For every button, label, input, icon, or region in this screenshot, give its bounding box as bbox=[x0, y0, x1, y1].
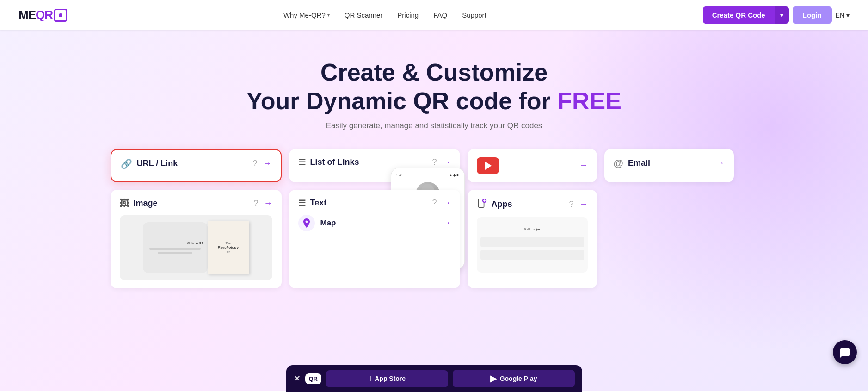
qr-type-url[interactable]: 🔗 URL / Link ? → bbox=[111, 149, 282, 182]
qr-card-title-youtube bbox=[477, 157, 499, 174]
qr-card-header-text: ☰ Text ? → bbox=[298, 198, 451, 208]
chevron-down-icon: ▾ bbox=[846, 12, 850, 19]
mock-store-btn bbox=[480, 237, 584, 247]
help-icon[interactable]: ? bbox=[432, 157, 437, 167]
qr-card-header-apps: Apps ? → bbox=[477, 198, 588, 211]
nav-item-pricing[interactable]: Pricing bbox=[397, 11, 419, 19]
qr-card-header-url: 🔗 URL / Link ? → bbox=[121, 158, 271, 169]
arrow-right-icon[interactable]: → bbox=[716, 158, 725, 168]
logo[interactable]: MEQR bbox=[18, 8, 67, 22]
qr-card-actions-url: ? → bbox=[252, 159, 271, 168]
nav-link-support[interactable]: Support bbox=[462, 11, 486, 19]
qr-type-image[interactable]: 🖼 Image ? → 9:41 ▲◆■ The Psychology bbox=[111, 190, 282, 288]
bottom-app-bar: ✕ QR  App Store ▶ Google Play bbox=[286, 365, 582, 391]
book-image-preview: The Psychology of bbox=[208, 221, 249, 274]
phone-status-bar: 9:41 ▲◆■ bbox=[187, 241, 204, 245]
qr-type-list-of-links[interactable]: ☰ List of Links ? → 9:41 ▲ ◆ ■ bbox=[289, 149, 460, 182]
nav-link-pricing[interactable]: Pricing bbox=[397, 11, 419, 19]
qr-card-actions-email: → bbox=[716, 158, 725, 168]
hero-title: Create & Customize Your Dynamic QR code … bbox=[18, 58, 850, 116]
close-button[interactable]: ✕ bbox=[294, 373, 301, 384]
help-icon[interactable]: ? bbox=[252, 159, 257, 168]
app-store-button[interactable]:  App Store bbox=[326, 370, 448, 387]
chat-bubble-button[interactable] bbox=[833, 340, 857, 364]
qr-type-youtube[interactable]: → bbox=[468, 149, 597, 182]
nav-links: Why Me-QR? ▾ QR Scanner Pricing FAQ Supp… bbox=[283, 11, 486, 19]
qr-type-map-subrow[interactable]: Map → bbox=[298, 208, 451, 231]
qr-card-actions-text: ? → bbox=[432, 198, 450, 208]
nav-actions: Create QR Code ▾ Login EN ▾ bbox=[703, 6, 850, 24]
book-subtitle-text: The bbox=[225, 242, 231, 245]
text-lines-icon: ☰ bbox=[298, 198, 306, 208]
qr-card-title-url: 🔗 URL / Link bbox=[121, 158, 178, 169]
create-qr-button[interactable]: Create QR Code bbox=[703, 6, 775, 24]
language-selector[interactable]: EN ▾ bbox=[836, 12, 850, 19]
mock-bar bbox=[149, 248, 201, 250]
nav-item-faq[interactable]: FAQ bbox=[433, 11, 447, 19]
create-qr-chevron-button[interactable]: ▾ bbox=[775, 6, 789, 24]
apps-icon bbox=[477, 198, 487, 211]
list-icon: ☰ bbox=[298, 157, 306, 168]
qr-card-header-image: 🖼 Image ? → bbox=[120, 198, 272, 209]
nav-link-faq[interactable]: FAQ bbox=[433, 11, 447, 19]
qr-card-header-list: ☰ List of Links ? → bbox=[298, 157, 451, 168]
apple-icon:  bbox=[369, 374, 372, 384]
link-icon: 🔗 bbox=[121, 158, 132, 169]
qr-card-title-list: ☰ List of Links bbox=[298, 157, 359, 168]
arrow-right-icon[interactable]: → bbox=[443, 218, 451, 228]
qr-card-header-youtube: → bbox=[477, 157, 588, 174]
nav-link-why[interactable]: Why Me-QR? ▾ bbox=[283, 11, 330, 19]
qr-card-actions-image: ? → bbox=[253, 199, 272, 208]
help-icon[interactable]: ? bbox=[569, 199, 573, 209]
arrow-right-icon[interactable]: → bbox=[579, 199, 588, 209]
nav-link-scanner[interactable]: QR Scanner bbox=[345, 11, 383, 19]
mock-store-btn bbox=[480, 250, 584, 260]
nav-item-why[interactable]: Why Me-QR? ▾ bbox=[283, 11, 330, 19]
hero-section: Create & Customize Your Dynamic QR code … bbox=[0, 30, 868, 391]
chevron-down-icon: ▾ bbox=[780, 12, 783, 19]
qr-type-email[interactable]: @ Email → bbox=[604, 149, 734, 182]
help-icon[interactable]: ? bbox=[253, 199, 258, 208]
apps-preview: 9:41▲◆■ bbox=[477, 217, 588, 273]
qr-card-header-email: @ Email → bbox=[614, 157, 725, 169]
image-preview-container: 9:41 ▲◆■ bbox=[143, 222, 208, 273]
qr-card-actions-youtube: → bbox=[579, 161, 588, 170]
qr-card-actions-apps: ? → bbox=[569, 199, 587, 209]
map-pin-icon bbox=[298, 215, 315, 231]
book-title-text: Psychology bbox=[218, 245, 239, 250]
navbar: MEQR Why Me-QR? ▾ QR Scanner Pricing FAQ bbox=[0, 0, 868, 30]
logo-qr: QR bbox=[36, 8, 53, 22]
login-button[interactable]: Login bbox=[793, 6, 832, 24]
book-author-text: of bbox=[227, 250, 230, 254]
nav-item-scanner[interactable]: QR Scanner bbox=[345, 11, 383, 19]
qr-badge: QR bbox=[305, 373, 322, 384]
google-play-button[interactable]: ▶ Google Play bbox=[453, 370, 575, 387]
youtube-icon bbox=[477, 157, 499, 174]
arrow-right-icon[interactable]: → bbox=[443, 157, 451, 167]
google-play-icon: ▶ bbox=[490, 373, 497, 384]
create-qr-group: Create QR Code ▾ bbox=[703, 6, 789, 24]
chevron-down-icon: ▾ bbox=[327, 12, 330, 18]
logo-dot-icon bbox=[59, 13, 62, 17]
qr-card-title-apps: Apps bbox=[477, 198, 512, 211]
at-icon: @ bbox=[614, 157, 623, 169]
help-icon[interactable]: ? bbox=[432, 198, 437, 208]
hero-subtitle: Easily generate, manage and statisticall… bbox=[18, 121, 850, 131]
chat-icon bbox=[839, 347, 850, 358]
play-icon bbox=[485, 162, 492, 170]
image-icon: 🖼 bbox=[120, 198, 129, 209]
logo-me: ME bbox=[18, 8, 36, 22]
mock-bar bbox=[158, 252, 192, 254]
qr-type-apps[interactable]: Apps ? → 9:41▲◆■ bbox=[468, 190, 597, 288]
arrow-right-icon[interactable]: → bbox=[264, 199, 272, 208]
image-card-preview: 9:41 ▲◆■ The Psychology of bbox=[120, 215, 272, 280]
arrow-right-icon[interactable]: → bbox=[263, 159, 271, 168]
phone-status-bar: 9:41 ▲ ◆ ■ bbox=[395, 174, 461, 177]
qr-card-title-email: @ Email bbox=[614, 157, 650, 169]
arrow-right-icon[interactable]: → bbox=[579, 161, 588, 170]
arrow-right-icon[interactable]: → bbox=[443, 198, 451, 208]
qr-card-title-text: ☰ Text bbox=[298, 198, 327, 208]
qr-card-actions-list: ? → bbox=[432, 157, 450, 167]
qr-type-text[interactable]: ☰ Text ? → Map → bbox=[289, 190, 460, 288]
nav-item-support[interactable]: Support bbox=[462, 11, 486, 19]
